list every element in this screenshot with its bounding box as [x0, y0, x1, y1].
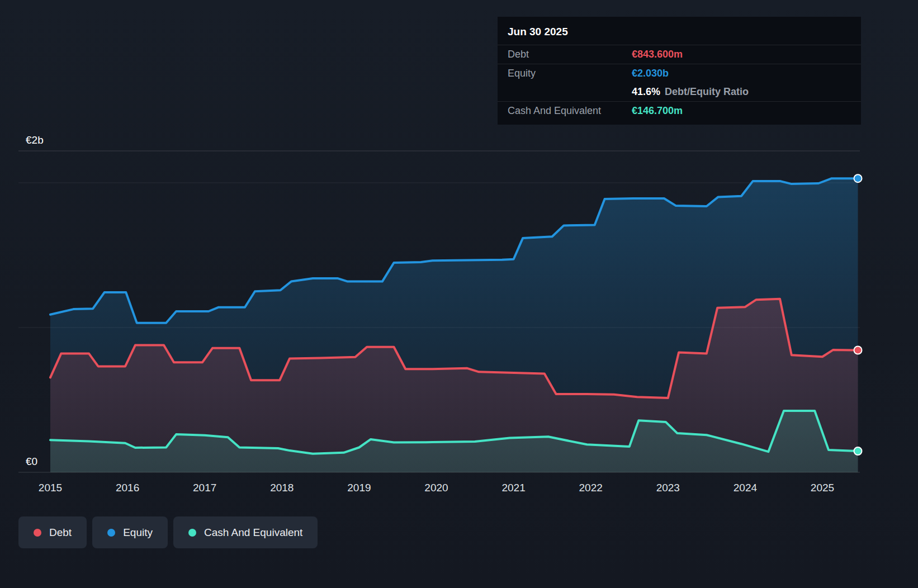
x-axis-label-2015: 2015 [39, 482, 62, 494]
tooltip-row-debt: Debt €843.600m [498, 45, 861, 64]
x-axis-label-2017: 2017 [193, 482, 216, 494]
y-axis-label: €0 [26, 456, 37, 467]
legend: Debt Equity Cash And Equivalent [18, 516, 318, 548]
tooltip-row-cash: Cash And Equivalent €146.700m [498, 101, 861, 120]
y-axis-label: €2b [26, 134, 44, 146]
cash-value: €146.700m [632, 105, 851, 117]
x-axis-label-2021: 2021 [501, 482, 525, 494]
x-axis-label-2025: 2025 [811, 482, 834, 494]
legend-item-cash[interactable]: Cash And Equivalent [173, 516, 318, 548]
cash-endpoint-marker[interactable] [854, 447, 862, 455]
legend-item-equity[interactable]: Equity [92, 516, 168, 548]
equity-label: Equity [508, 68, 632, 79]
debt-endpoint-marker[interactable] [854, 347, 862, 354]
tooltip-row-equity: Equity €2.030b [498, 64, 861, 83]
tooltip-row-ratio: 41.6%Debt/Equity Ratio [498, 83, 861, 101]
x-axis-label-2023: 2023 [656, 482, 680, 494]
x-axis-label-2019: 2019 [347, 482, 371, 494]
x-axis-label-2022: 2022 [579, 482, 603, 494]
ratio-value: 41.6% [632, 86, 660, 97]
tooltip-date: Jun 30 2025 [498, 17, 861, 45]
x-axis-label-2020: 2020 [424, 482, 448, 494]
ratio-value-group: 41.6%Debt/Equity Ratio [632, 86, 851, 98]
legend-item-debt[interactable]: Debt [18, 516, 87, 548]
legend-label-cash: Cash And Equivalent [204, 527, 302, 539]
cash-legend-dot [188, 529, 196, 537]
debt-value: €843.600m [632, 49, 851, 60]
equity-endpoint-marker[interactable] [854, 174, 862, 182]
ratio-label: Debt/Equity Ratio [665, 86, 749, 97]
cash-label: Cash And Equivalent [508, 105, 632, 117]
debt-label: Debt [508, 49, 632, 60]
chart-stage: €2b€020152016201720182019202020212022202… [0, 0, 918, 588]
equity-value: €2.030b [632, 68, 851, 79]
equity-legend-dot [107, 529, 115, 537]
legend-label-debt: Debt [49, 527, 72, 539]
x-axis-label-2016: 2016 [116, 482, 139, 494]
x-axis-label-2018: 2018 [270, 482, 294, 494]
tooltip-panel: Jun 30 2025 Debt €843.600m Equity €2.030… [498, 17, 861, 125]
legend-label-equity: Equity [123, 527, 153, 539]
x-axis-label-2024: 2024 [734, 482, 758, 494]
debt-legend-dot [34, 529, 41, 537]
